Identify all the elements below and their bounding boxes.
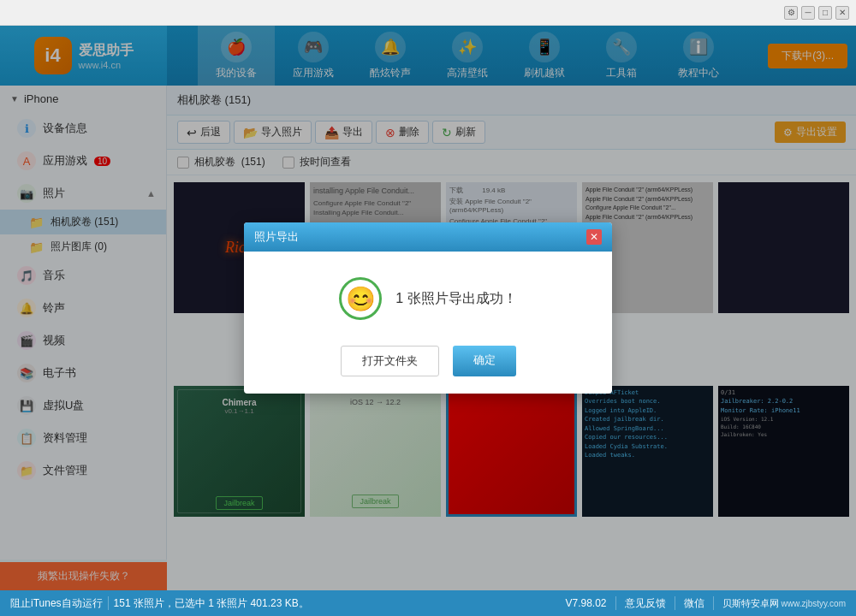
- close-button[interactable]: ✕: [835, 6, 849, 20]
- minimize-button[interactable]: ─: [801, 6, 815, 20]
- version-label: V7.98.02: [566, 597, 607, 609]
- status-left: 阻止iTunes自动运行 151 张照片，已选中 1 张照片 401.23 KB…: [10, 596, 549, 611]
- brand-name: 贝斯特安卓网: [722, 598, 779, 608]
- status-divider-3: [675, 596, 675, 610]
- status-right: V7.98.02 意见反馈 微信 贝斯特安卓网 www.zjbstyy.com: [566, 596, 847, 611]
- photo-info-label: 151 张照片，已选中 1 张照片 401.23 KB。: [114, 596, 309, 611]
- open-folder-button[interactable]: 打开文件夹: [341, 346, 439, 376]
- maximize-button[interactable]: □: [818, 6, 832, 20]
- confirm-button[interactable]: 确定: [453, 346, 516, 376]
- status-divider: [108, 596, 109, 610]
- settings-icon[interactable]: ⚙: [784, 6, 798, 20]
- status-bar: 阻止iTunes自动运行 151 张照片，已选中 1 张照片 401.23 KB…: [0, 590, 856, 616]
- modal-title: 照片导出: [254, 229, 299, 245]
- brand-url: www.zjbstyy.com: [782, 599, 846, 608]
- export-success-modal: 照片导出 ✕ 😊 1 张照片导出成功！ 打开文件夹 确定: [244, 222, 612, 394]
- success-icon: 😊: [339, 277, 382, 320]
- feedback-label[interactable]: 意见反馈: [625, 596, 666, 611]
- brand-label: 贝斯特安卓网 www.zjbstyy.com: [722, 597, 846, 610]
- status-divider-4: [713, 596, 714, 610]
- modal-close-button[interactable]: ✕: [586, 229, 602, 245]
- modal-icon-row: 😊 1 张照片导出成功！: [339, 277, 516, 320]
- wechat-label[interactable]: 微信: [684, 596, 704, 611]
- status-divider-2: [615, 596, 616, 610]
- modal-buttons: 打开文件夹 确定: [341, 346, 516, 376]
- modal-overlay: 照片导出 ✕ 😊 1 张照片导出成功！ 打开文件夹 确定: [0, 26, 856, 590]
- modal-body: 😊 1 张照片导出成功！ 打开文件夹 确定: [244, 252, 612, 394]
- stop-itunes-label: 阻止iTunes自动运行: [10, 596, 103, 611]
- modal-title-bar: 照片导出 ✕: [244, 222, 612, 252]
- title-bar: ⚙ ─ □ ✕: [0, 0, 856, 26]
- modal-message: 1 张照片导出成功！: [395, 290, 516, 308]
